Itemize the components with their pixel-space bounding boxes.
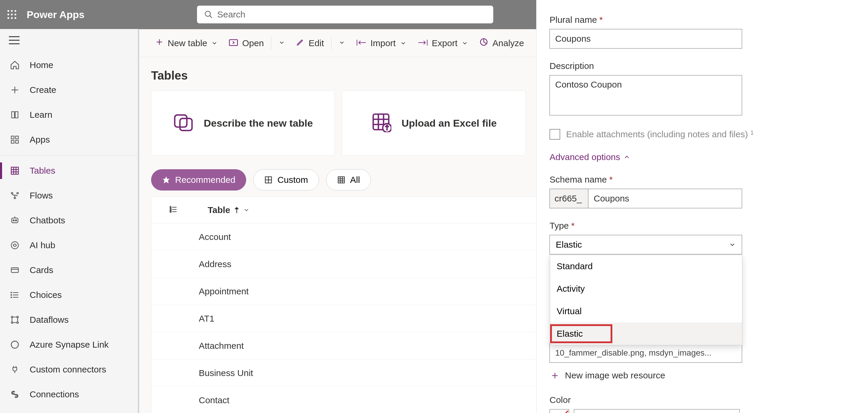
star-icon	[162, 176, 170, 184]
advanced-options-toggle[interactable]: Advanced options	[550, 152, 868, 162]
nav-home[interactable]: Home	[0, 53, 138, 77]
card-upload-excel[interactable]: Upload an Excel file	[342, 91, 526, 156]
cards-icon	[9, 264, 21, 276]
type-option-standard[interactable]: Standard	[550, 255, 742, 277]
chevron-down-icon	[211, 40, 218, 46]
filter-custom[interactable]: Custom	[253, 169, 319, 191]
schema-name-input[interactable]	[588, 189, 742, 208]
svg-point-9	[205, 11, 211, 16]
plural-name-input[interactable]	[550, 29, 742, 48]
nav-label: Custom connectors	[30, 365, 106, 375]
ai-icon	[9, 239, 21, 251]
svg-rect-67	[338, 177, 344, 183]
description-input[interactable]	[550, 75, 742, 115]
filter-all[interactable]: All	[326, 169, 371, 191]
enable-attachments-checkbox[interactable]	[550, 129, 560, 140]
new-image-resource-button[interactable]: ＋ New image web resource	[550, 368, 868, 382]
nav-ai-hub[interactable]: AI hub	[0, 233, 138, 258]
svg-point-8	[14, 17, 16, 19]
svg-point-26	[17, 192, 19, 194]
svg-rect-19	[16, 140, 19, 143]
color-swatch[interactable]	[550, 409, 569, 413]
svg-rect-49	[229, 40, 238, 45]
plus-icon	[155, 38, 163, 48]
upload-icon	[371, 111, 391, 135]
cmd-label: Export	[432, 38, 458, 48]
type-select[interactable]: Elastic Standard Activity Virtual Elasti…	[550, 235, 742, 254]
svg-point-1	[11, 10, 13, 12]
open-split-button[interactable]	[274, 39, 289, 47]
svg-point-5	[14, 13, 16, 15]
export-button[interactable]: Export	[413, 34, 472, 52]
row-name: Address	[169, 259, 376, 269]
apps-icon	[9, 134, 21, 145]
row-number-icon[interactable]: 123	[169, 205, 190, 215]
new-image-label: New image web resource	[565, 370, 665, 380]
col-label: Table	[208, 205, 230, 215]
nav-learn[interactable]: Learn	[0, 102, 138, 127]
open-button[interactable]: Open	[225, 34, 268, 52]
nav-label: Home	[30, 60, 53, 70]
waffle-icon[interactable]	[6, 8, 18, 21]
type-option-activity[interactable]: Activity	[550, 277, 742, 300]
nav-create[interactable]: Create	[0, 77, 138, 102]
svg-point-38	[11, 292, 12, 293]
nav-tables[interactable]: Tables	[0, 158, 138, 183]
chevron-down-icon	[729, 241, 736, 248]
nav-label: Cards	[30, 265, 53, 275]
required-indicator: *	[609, 175, 613, 184]
nav-cards[interactable]: Cards	[0, 258, 138, 282]
plural-name-label: Plural name	[550, 15, 597, 25]
properties-panel: Plural name * Description Enable attachm…	[536, 0, 868, 413]
nav-azure-synapse[interactable]: Azure Synapse Link	[0, 332, 138, 357]
nav-chatbots[interactable]: Chatbots	[0, 208, 138, 233]
cmd-label: Analyze	[492, 38, 524, 48]
flow-icon	[9, 190, 21, 202]
nav-apps[interactable]: Apps	[0, 127, 138, 152]
svg-rect-18	[11, 140, 14, 143]
nav-label: Connections	[30, 389, 79, 400]
nav-label: Azure Synapse Link	[30, 340, 109, 350]
edit-button[interactable]: Edit	[292, 34, 328, 52]
enable-attachments-label: Enable attachments (including notes and …	[566, 129, 754, 139]
svg-point-39	[11, 295, 12, 296]
table-icon	[9, 165, 21, 177]
svg-point-7	[11, 17, 13, 19]
hamburger-button[interactable]	[0, 29, 138, 53]
book-icon	[9, 109, 21, 121]
type-dropdown: Standard Activity Virtual Elastic	[550, 255, 742, 345]
card-label: Upload an Excel file	[401, 117, 497, 129]
chevron-down-icon	[400, 40, 406, 46]
svg-point-40	[11, 297, 12, 298]
svg-point-0	[7, 10, 9, 12]
nav-label: Choices	[30, 290, 62, 300]
nav-flows[interactable]: Flows	[0, 183, 138, 208]
card-describe-table[interactable]: Describe the new table	[151, 91, 335, 156]
analyze-button[interactable]: Analyze	[475, 34, 528, 52]
pill-label: Recommended	[175, 175, 235, 185]
svg-point-27	[14, 197, 16, 199]
nav-label: Flows	[30, 191, 53, 201]
search-input[interactable]: Search	[197, 6, 493, 23]
new-table-button[interactable]: New table	[151, 34, 222, 52]
type-option-virtual[interactable]: Virtual	[550, 300, 742, 322]
nav-retention[interactable]: Retention Policies	[0, 407, 138, 413]
nav-custom-connectors[interactable]: Custom connectors	[0, 357, 138, 382]
nav-dataflows[interactable]: Dataflows	[0, 307, 138, 332]
svg-marker-63	[163, 176, 169, 183]
row-name: Appointment	[169, 286, 376, 297]
filter-recommended[interactable]: Recommended	[151, 169, 246, 191]
type-option-elastic[interactable]: Elastic	[550, 322, 742, 345]
home-icon	[9, 59, 21, 71]
color-input[interactable]	[574, 409, 740, 413]
row-name: Business Unit	[169, 368, 376, 378]
grid-icon	[337, 176, 345, 184]
col-table-header[interactable]: Table	[208, 205, 415, 215]
required-indicator: *	[599, 15, 603, 25]
nav-label: Chatbots	[30, 215, 65, 226]
nav-choices[interactable]: Choices	[0, 282, 138, 307]
svg-point-29	[13, 220, 14, 221]
import-button[interactable]: Import	[352, 34, 411, 52]
edit-split-button[interactable]	[335, 39, 349, 47]
nav-connections[interactable]: Connections	[0, 382, 138, 407]
